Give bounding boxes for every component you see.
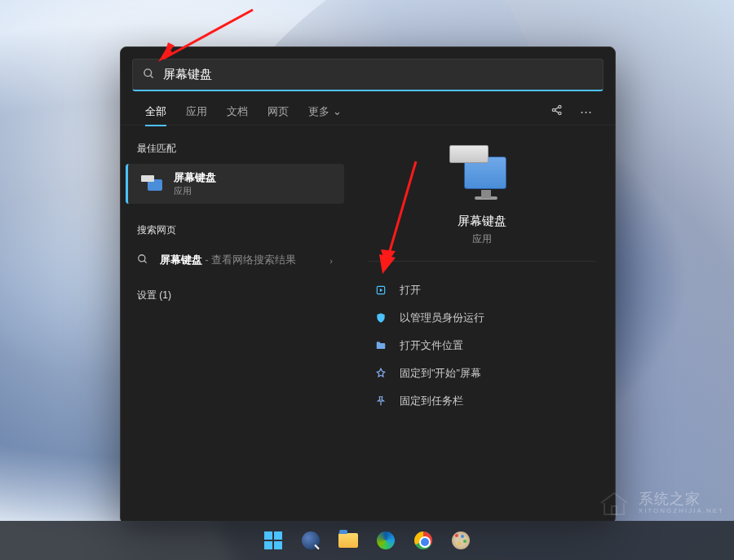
action-label: 打开文件位置 (400, 339, 463, 353)
taskbar-file-explorer[interactable] (332, 524, 365, 557)
pin-icon (374, 366, 388, 381)
svg-point-7 (139, 255, 145, 262)
taskbar-edge[interactable] (369, 524, 402, 557)
search-tabs: 全部 应用 文档 网页 更多 ⌄ ⋯ (121, 91, 615, 126)
action-label: 固定到任务栏 (400, 395, 463, 408)
action-run-as-admin[interactable]: 以管理员身份运行 (349, 304, 615, 332)
search-icon (137, 254, 148, 267)
svg-rect-17 (612, 506, 617, 514)
svg-line-8 (144, 261, 147, 263)
action-label: 固定到"开始"屏幕 (400, 367, 481, 381)
share-icon[interactable] (542, 99, 572, 124)
preview-app-subtitle: 应用 (349, 232, 615, 246)
search-input[interactable] (163, 68, 593, 82)
search-bar[interactable] (132, 59, 604, 91)
pin-icon (374, 394, 388, 408)
folder-icon (374, 338, 388, 353)
best-match-item[interactable]: 屏幕键盘 应用 (126, 164, 344, 204)
tab-documents[interactable]: 文档 (217, 98, 258, 126)
action-label: 打开 (400, 284, 421, 298)
on-screen-keyboard-icon-large (449, 145, 515, 202)
taskbar-search-button[interactable] (294, 524, 327, 557)
search-icon (302, 531, 320, 549)
action-open[interactable]: 打开 (349, 276, 615, 304)
shield-icon (374, 311, 388, 325)
paint-palette-icon (452, 531, 470, 549)
tab-web[interactable]: 网页 (258, 98, 298, 126)
svg-line-6 (555, 111, 559, 113)
watermark-title: 系统之家 (639, 492, 724, 508)
start-search-panel: 全部 应用 文档 网页 更多 ⌄ ⋯ 最佳匹配 屏幕键盘 应用 搜索网页 (120, 46, 616, 524)
result-preview-pane: 屏幕键盘 应用 打开 以管理员身份运行 打开文件位置 (349, 126, 615, 523)
on-screen-keyboard-icon (141, 173, 164, 196)
open-icon (374, 283, 388, 298)
start-button[interactable] (257, 524, 290, 557)
chevron-right-icon: › (329, 256, 333, 266)
action-pin-to-taskbar[interactable]: 固定到任务栏 (349, 387, 615, 415)
best-match-title: 屏幕键盘 (174, 170, 216, 185)
more-options-icon[interactable]: ⋯ (572, 99, 600, 124)
watermark-logo-icon (598, 488, 630, 518)
search-web-item[interactable]: 屏幕键盘 - 查看网络搜索结果 › (121, 245, 349, 276)
taskbar-paint[interactable] (444, 524, 477, 557)
windows-logo-icon (264, 531, 282, 549)
results-left-column: 最佳匹配 屏幕键盘 应用 搜索网页 屏幕键盘 - 查看网络搜索结果 (121, 126, 349, 523)
tab-all[interactable]: 全部 (135, 98, 176, 126)
search-web-label: 屏幕键盘 - 查看网络搜索结果 (160, 254, 296, 267)
action-label: 以管理员身份运行 (400, 311, 484, 325)
svg-point-0 (144, 68, 152, 76)
best-match-subtitle: 应用 (174, 185, 216, 197)
svg-line-5 (555, 108, 559, 110)
divider (369, 261, 595, 262)
tab-apps[interactable]: 应用 (176, 98, 217, 126)
settings-results-header[interactable]: 设置 (1) (121, 276, 349, 307)
watermark-subtitle: XITONGZHIJIA.NET (639, 508, 724, 515)
edge-icon (377, 531, 395, 549)
folder-icon (338, 533, 358, 548)
action-pin-to-start[interactable]: 固定到"开始"屏幕 (349, 359, 615, 387)
svg-line-1 (150, 75, 153, 77)
chrome-icon (414, 531, 432, 549)
tab-more[interactable]: 更多 ⌄ (298, 98, 352, 126)
watermark: 系统之家 XITONGZHIJIA.NET (598, 488, 724, 518)
search-web-header: 搜索网页 (121, 218, 349, 245)
search-icon (143, 68, 155, 82)
action-open-file-location[interactable]: 打开文件位置 (349, 332, 615, 359)
preview-app-title: 屏幕键盘 (349, 214, 615, 229)
best-match-header: 最佳匹配 (121, 137, 349, 164)
taskbar (0, 521, 734, 560)
taskbar-chrome[interactable] (407, 524, 440, 557)
